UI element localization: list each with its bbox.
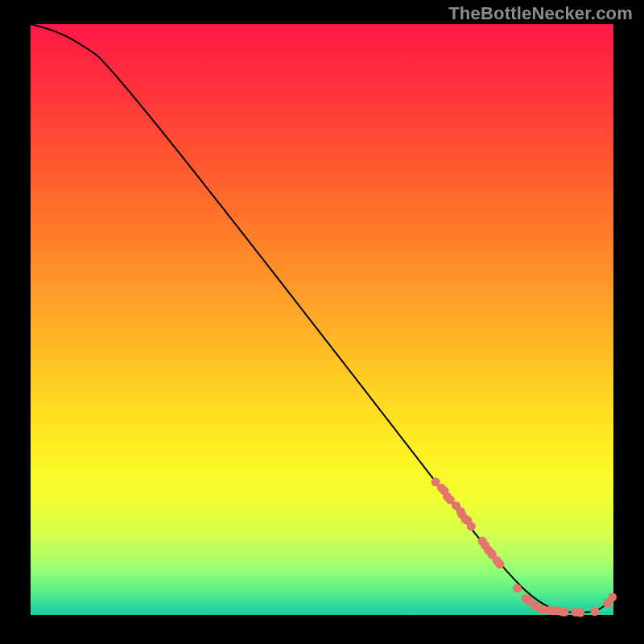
data-point <box>495 559 504 568</box>
data-point <box>576 609 584 617</box>
data-point <box>608 592 617 601</box>
data-point <box>560 608 569 617</box>
data-point <box>590 607 599 616</box>
chart-frame: { "watermark": "TheBottleNecker.com", "p… <box>0 0 644 644</box>
data-point <box>467 522 476 530</box>
data-point <box>513 584 522 592</box>
watermark-text: TheBottleNecker.com <box>448 3 633 24</box>
bottleneck-chart <box>0 0 644 644</box>
plot-background <box>31 24 613 615</box>
